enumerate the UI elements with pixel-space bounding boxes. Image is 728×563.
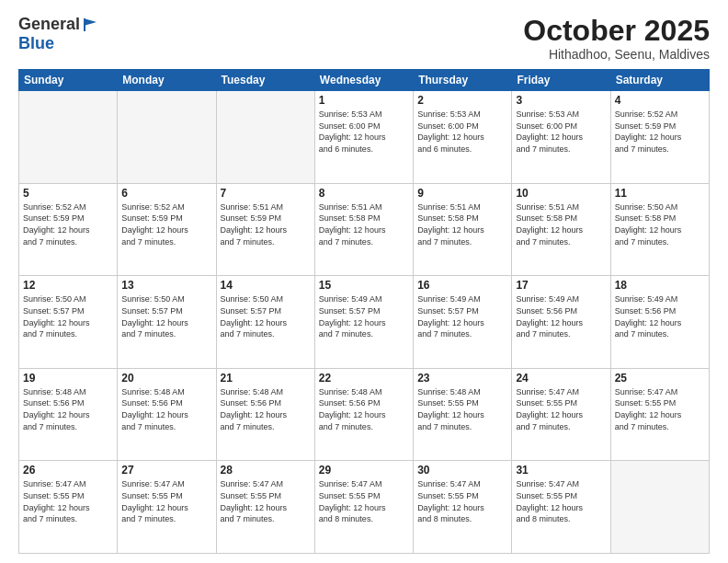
day-number: 17 — [516, 279, 606, 292]
day-number: 30 — [417, 464, 507, 477]
day-info: Sunrise: 5:49 AM Sunset: 5:57 PM Dayligh… — [417, 293, 507, 339]
calendar-cell: 25Sunrise: 5:47 AM Sunset: 5:55 PM Dayli… — [610, 368, 709, 461]
calendar-cell: 27Sunrise: 5:47 AM Sunset: 5:55 PM Dayli… — [118, 461, 216, 554]
day-info: Sunrise: 5:49 AM Sunset: 5:57 PM Dayligh… — [319, 293, 409, 339]
day-info: Sunrise: 5:51 AM Sunset: 5:58 PM Dayligh… — [319, 201, 409, 247]
calendar-header-monday: Monday — [118, 70, 216, 91]
day-info: Sunrise: 5:48 AM Sunset: 5:56 PM Dayligh… — [319, 386, 409, 432]
day-info: Sunrise: 5:48 AM Sunset: 5:56 PM Dayligh… — [23, 386, 113, 432]
day-info: Sunrise: 5:47 AM Sunset: 5:55 PM Dayligh… — [221, 478, 311, 524]
day-info: Sunrise: 5:53 AM Sunset: 6:00 PM Dayligh… — [417, 109, 507, 155]
day-info: Sunrise: 5:50 AM Sunset: 5:58 PM Dayligh… — [615, 201, 705, 247]
calendar-cell: 7Sunrise: 5:51 AM Sunset: 5:59 PM Daylig… — [216, 183, 314, 276]
calendar-cell: 13Sunrise: 5:50 AM Sunset: 5:57 PM Dayli… — [118, 276, 216, 369]
day-number: 26 — [23, 464, 113, 477]
calendar-cell: 10Sunrise: 5:51 AM Sunset: 5:58 PM Dayli… — [512, 183, 610, 276]
logo-flag-icon — [82, 17, 98, 33]
day-number: 6 — [121, 187, 211, 200]
calendar-week-3: 12Sunrise: 5:50 AM Sunset: 5:57 PM Dayli… — [19, 276, 710, 369]
day-info: Sunrise: 5:51 AM Sunset: 5:58 PM Dayligh… — [516, 201, 606, 247]
day-number: 24 — [516, 372, 606, 385]
day-info: Sunrise: 5:49 AM Sunset: 5:56 PM Dayligh… — [516, 293, 606, 339]
logo-blue: Blue — [18, 34, 54, 53]
day-info: Sunrise: 5:48 AM Sunset: 5:56 PM Dayligh… — [221, 386, 311, 432]
day-info: Sunrise: 5:47 AM Sunset: 5:55 PM Dayligh… — [615, 386, 705, 432]
calendar-cell: 8Sunrise: 5:51 AM Sunset: 5:58 PM Daylig… — [314, 183, 413, 276]
day-number: 16 — [417, 279, 507, 292]
calendar-cell: 29Sunrise: 5:47 AM Sunset: 5:55 PM Dayli… — [314, 461, 413, 554]
calendar-cell — [216, 91, 314, 184]
calendar-cell: 22Sunrise: 5:48 AM Sunset: 5:56 PM Dayli… — [314, 368, 413, 461]
calendar-cell: 17Sunrise: 5:49 AM Sunset: 5:56 PM Dayli… — [512, 276, 610, 369]
day-info: Sunrise: 5:51 AM Sunset: 5:58 PM Dayligh… — [417, 201, 507, 247]
day-number: 12 — [23, 279, 113, 292]
logo-text: General — [18, 15, 98, 34]
day-info: Sunrise: 5:47 AM Sunset: 5:55 PM Dayligh… — [417, 478, 507, 524]
calendar-cell: 1Sunrise: 5:53 AM Sunset: 6:00 PM Daylig… — [314, 91, 413, 184]
calendar-cell: 24Sunrise: 5:47 AM Sunset: 5:55 PM Dayli… — [512, 368, 610, 461]
day-info: Sunrise: 5:47 AM Sunset: 5:55 PM Dayligh… — [23, 478, 113, 524]
day-number: 23 — [417, 372, 507, 385]
calendar-header-sunday: Sunday — [19, 70, 118, 91]
svg-rect-1 — [84, 18, 85, 31]
day-number: 1 — [319, 94, 409, 107]
calendar-cell: 19Sunrise: 5:48 AM Sunset: 5:56 PM Dayli… — [19, 368, 118, 461]
calendar-week-2: 5Sunrise: 5:52 AM Sunset: 5:59 PM Daylig… — [19, 183, 710, 276]
calendar-header-thursday: Thursday — [414, 70, 512, 91]
day-info: Sunrise: 5:53 AM Sunset: 6:00 PM Dayligh… — [516, 109, 606, 155]
calendar-cell: 6Sunrise: 5:52 AM Sunset: 5:59 PM Daylig… — [118, 183, 216, 276]
calendar-cell — [118, 91, 216, 184]
day-number: 15 — [319, 279, 409, 292]
day-number: 18 — [615, 279, 705, 292]
logo: General Blue — [18, 15, 98, 53]
day-info: Sunrise: 5:47 AM Sunset: 5:55 PM Dayligh… — [319, 478, 409, 524]
calendar-cell: 2Sunrise: 5:53 AM Sunset: 6:00 PM Daylig… — [414, 91, 512, 184]
calendar-header-tuesday: Tuesday — [216, 70, 314, 91]
calendar-cell: 12Sunrise: 5:50 AM Sunset: 5:57 PM Dayli… — [19, 276, 118, 369]
day-info: Sunrise: 5:50 AM Sunset: 5:57 PM Dayligh… — [121, 293, 211, 339]
day-info: Sunrise: 5:48 AM Sunset: 5:55 PM Dayligh… — [417, 386, 507, 432]
day-number: 20 — [121, 372, 211, 385]
day-info: Sunrise: 5:48 AM Sunset: 5:56 PM Dayligh… — [121, 386, 211, 432]
svg-marker-0 — [84, 18, 97, 26]
day-number: 5 — [23, 187, 113, 200]
calendar-week-1: 1Sunrise: 5:53 AM Sunset: 6:00 PM Daylig… — [19, 91, 710, 184]
header: General Blue October 2025 Hithadhoo, See… — [18, 15, 710, 62]
day-info: Sunrise: 5:49 AM Sunset: 5:56 PM Dayligh… — [615, 293, 705, 339]
day-number: 2 — [417, 94, 507, 107]
day-number: 4 — [615, 94, 705, 107]
calendar-cell: 23Sunrise: 5:48 AM Sunset: 5:55 PM Dayli… — [414, 368, 512, 461]
calendar-cell: 14Sunrise: 5:50 AM Sunset: 5:57 PM Dayli… — [216, 276, 314, 369]
calendar-header-row: SundayMondayTuesdayWednesdayThursdayFrid… — [19, 70, 710, 91]
day-info: Sunrise: 5:47 AM Sunset: 5:55 PM Dayligh… — [516, 386, 606, 432]
calendar-cell — [19, 91, 118, 184]
calendar-cell: 16Sunrise: 5:49 AM Sunset: 5:57 PM Dayli… — [414, 276, 512, 369]
day-number: 10 — [516, 187, 606, 200]
day-number: 27 — [121, 464, 211, 477]
day-number: 31 — [516, 464, 606, 477]
calendar-table: SundayMondayTuesdayWednesdayThursdayFrid… — [18, 69, 710, 554]
day-number: 19 — [23, 372, 113, 385]
day-info: Sunrise: 5:47 AM Sunset: 5:55 PM Dayligh… — [121, 478, 211, 524]
calendar-cell: 31Sunrise: 5:47 AM Sunset: 5:55 PM Dayli… — [512, 461, 610, 554]
location: Hithadhoo, Seenu, Maldives — [523, 47, 710, 62]
day-info: Sunrise: 5:53 AM Sunset: 6:00 PM Dayligh… — [319, 109, 409, 155]
day-number: 8 — [319, 187, 409, 200]
calendar-header-saturday: Saturday — [610, 70, 709, 91]
calendar-cell: 30Sunrise: 5:47 AM Sunset: 5:55 PM Dayli… — [414, 461, 512, 554]
day-info: Sunrise: 5:50 AM Sunset: 5:57 PM Dayligh… — [23, 293, 113, 339]
day-info: Sunrise: 5:52 AM Sunset: 5:59 PM Dayligh… — [23, 201, 113, 247]
calendar-cell: 26Sunrise: 5:47 AM Sunset: 5:55 PM Dayli… — [19, 461, 118, 554]
day-info: Sunrise: 5:47 AM Sunset: 5:55 PM Dayligh… — [516, 478, 606, 524]
month-title: October 2025 — [523, 15, 710, 47]
day-info: Sunrise: 5:52 AM Sunset: 5:59 PM Dayligh… — [615, 109, 705, 155]
page: General Blue October 2025 Hithadhoo, See… — [0, 0, 728, 563]
day-number: 29 — [319, 464, 409, 477]
calendar-header-friday: Friday — [512, 70, 610, 91]
calendar-cell: 18Sunrise: 5:49 AM Sunset: 5:56 PM Dayli… — [610, 276, 709, 369]
calendar-cell — [610, 461, 709, 554]
day-number: 11 — [615, 187, 705, 200]
calendar-cell: 28Sunrise: 5:47 AM Sunset: 5:55 PM Dayli… — [216, 461, 314, 554]
calendar-cell: 21Sunrise: 5:48 AM Sunset: 5:56 PM Dayli… — [216, 368, 314, 461]
title-area: October 2025 Hithadhoo, Seenu, Maldives — [523, 15, 710, 62]
